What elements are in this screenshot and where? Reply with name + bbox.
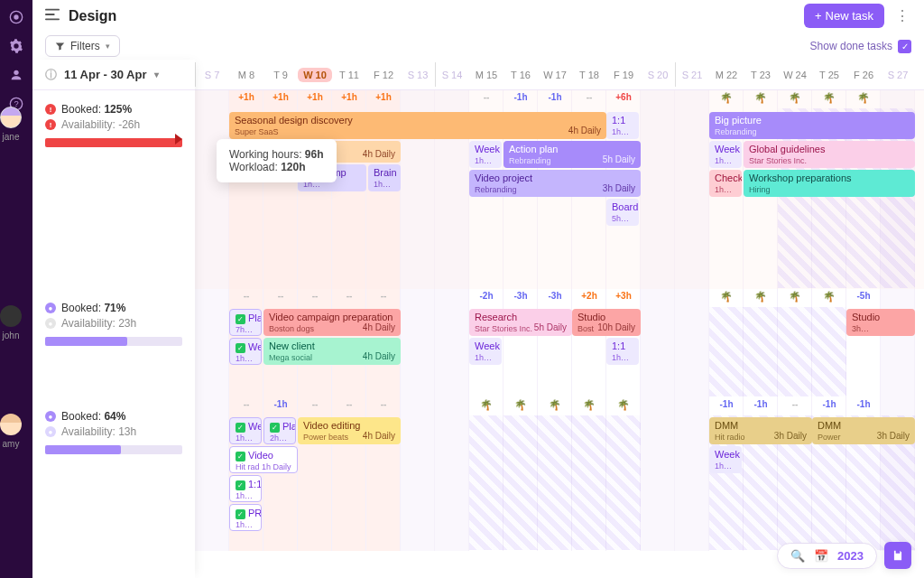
workload-bar[interactable] [45, 445, 182, 454]
day-header[interactable]: T 9 [263, 60, 298, 89]
task-card[interactable]: Week1h… [709, 141, 742, 168]
date-range-picker[interactable]: ⓘ 11 Apr - 30 Apr ▾ [32, 60, 195, 90]
workload-bar[interactable] [45, 138, 182, 147]
day-header[interactable]: S 13 [401, 60, 435, 89]
task-card[interactable]: ✓We1h… [229, 338, 262, 365]
save-view-button[interactable] [884, 542, 911, 569]
hour-delta: 🌴 [709, 291, 744, 303]
task-card[interactable]: 1:11h… [606, 338, 639, 365]
topbar: Design + New task ⋮ [32, 0, 924, 33]
day-header[interactable]: F 19 [606, 60, 641, 89]
task-card[interactable]: Week1h… [469, 338, 502, 365]
task-card[interactable]: Brain1h… [368, 164, 401, 191]
hour-delta: -- [263, 291, 298, 301]
chevron-down-icon: ▾ [106, 42, 110, 51]
hour-delta: +1h [263, 92, 298, 102]
task-card[interactable]: ✓1:11h… [229, 475, 262, 502]
avatar[interactable] [0, 107, 22, 128]
workload-tooltip: Working hours: 96h Workload: 120h [217, 139, 337, 182]
logo-icon[interactable] [8, 9, 24, 25]
person-name: john [3, 331, 20, 340]
day-header[interactable]: S 7 [195, 60, 229, 89]
hour-delta: +6h [606, 92, 641, 102]
task-card[interactable]: DMMPower3h Daily [812, 417, 915, 444]
hour-delta: -5h [846, 291, 881, 301]
task-card[interactable]: Check1h… [709, 170, 742, 197]
hour-delta: -1h [263, 399, 298, 409]
menu-icon[interactable] [45, 8, 60, 24]
hour-delta: -- [229, 399, 263, 409]
task-card[interactable]: Seasonal design discoverySuper SaaS4h Da… [229, 112, 606, 139]
hour-delta: 🌴 [778, 291, 812, 303]
day-header[interactable]: S 27 [881, 60, 915, 89]
more-icon[interactable]: ⋮ [893, 7, 911, 24]
day-header[interactable]: F 12 [366, 60, 401, 89]
day-header[interactable]: T 23 [744, 60, 778, 89]
task-card[interactable]: ✓Pla7h… [229, 309, 262, 336]
task-card[interactable]: Studio3h… [846, 309, 915, 336]
year-selector[interactable]: 🔍 📅 2023 [777, 543, 877, 569]
availability-icon: ● [45, 318, 56, 329]
chevron-down-icon: ▾ [154, 70, 159, 79]
hour-delta: -- [366, 291, 401, 301]
task-card[interactable]: Board5h… [606, 199, 639, 226]
day-header[interactable]: W 24 [778, 60, 812, 89]
day-header[interactable]: W 10 [298, 60, 332, 89]
task-card[interactable]: ✓We1h… [229, 417, 262, 444]
person-name: jane [3, 132, 20, 142]
show-done-toggle[interactable]: Show done tasks ✓ [810, 40, 911, 53]
hour-delta: -1h [812, 399, 846, 409]
day-header[interactable]: T 18 [572, 60, 606, 89]
clock-icon: ● [45, 411, 56, 422]
task-card[interactable]: ResearchStar Stories Inc.5h Daily [469, 309, 572, 336]
day-header[interactable]: M 8 [229, 60, 263, 89]
lane-john: -----------2h-3h-3h+2h+3h🌴🌴🌴🌴-5h ✓Pla7h…… [195, 289, 924, 397]
task-card[interactable]: Video editingPower beats4h Daily [298, 417, 401, 444]
workload-bar[interactable] [45, 337, 182, 346]
day-header[interactable]: F 26 [846, 60, 881, 89]
task-card[interactable]: StudioBost10h Daily [572, 309, 641, 336]
day-header[interactable]: W 17 [538, 60, 572, 89]
day-header[interactable]: T 25 [812, 60, 846, 89]
day-header[interactable]: S 20 [641, 60, 675, 89]
hour-delta: 🌴 [606, 399, 641, 411]
filters-button[interactable]: Filters ▾ [45, 35, 120, 57]
task-card[interactable]: Week1h… [709, 446, 742, 473]
day-header[interactable]: S 21 [675, 60, 709, 89]
task-card[interactable]: New clientMega social4h Daily [263, 338, 401, 365]
day-header[interactable]: T 16 [504, 60, 538, 89]
availability-icon: ● [45, 426, 56, 437]
task-card[interactable]: Workshop preparationsHiring [744, 170, 915, 197]
task-card[interactable]: Video campaign preparationBoston dogs4h … [263, 309, 401, 336]
avatar[interactable] [0, 305, 22, 327]
zoom-year-bar: 🔍 📅 2023 [777, 542, 911, 569]
task-card[interactable]: Big pictureRebranding [709, 112, 915, 139]
hour-delta: -- [572, 92, 606, 102]
task-card[interactable]: ✓Pla2h… [263, 417, 296, 444]
hour-delta: +1h [366, 92, 401, 102]
hour-delta: +1h [298, 92, 332, 102]
task-card[interactable]: 1:11h… [606, 112, 639, 139]
day-header[interactable]: M 22 [709, 60, 744, 89]
task-card[interactable]: DMMHit radio3h Daily [709, 417, 812, 444]
task-card[interactable]: Global guidelinesStar Stories Inc. [744, 141, 915, 168]
hour-delta: -- [366, 399, 401, 409]
task-card[interactable]: Week1h… [469, 141, 502, 168]
hour-delta: -- [469, 92, 504, 102]
user-icon[interactable] [8, 67, 24, 83]
gear-icon[interactable] [8, 38, 24, 54]
avatar[interactable] [0, 414, 22, 435]
new-task-button[interactable]: + New task [804, 4, 884, 28]
day-header[interactable]: S 14 [435, 60, 469, 89]
day-header[interactable]: M 15 [469, 60, 504, 89]
hour-delta: -1h [504, 92, 538, 102]
hour-delta: -3h [538, 291, 572, 301]
lane-amy: ---1h------🌴🌴🌴🌴🌴-1h-1h---1h-1h ✓We1h… ✓P… [195, 397, 924, 551]
hour-delta: +1h [229, 92, 263, 102]
task-card[interactable]: ✓PR1h… [229, 504, 262, 531]
task-card[interactable]: Action planRebranding5h Daily [504, 141, 641, 168]
task-card[interactable]: Video projectRebranding3h Daily [469, 170, 641, 197]
checkbox-checked-icon: ✓ [898, 40, 911, 53]
task-card[interactable]: ✓VideoHit rad 1h Daily [229, 446, 298, 473]
day-header[interactable]: T 11 [332, 60, 366, 89]
